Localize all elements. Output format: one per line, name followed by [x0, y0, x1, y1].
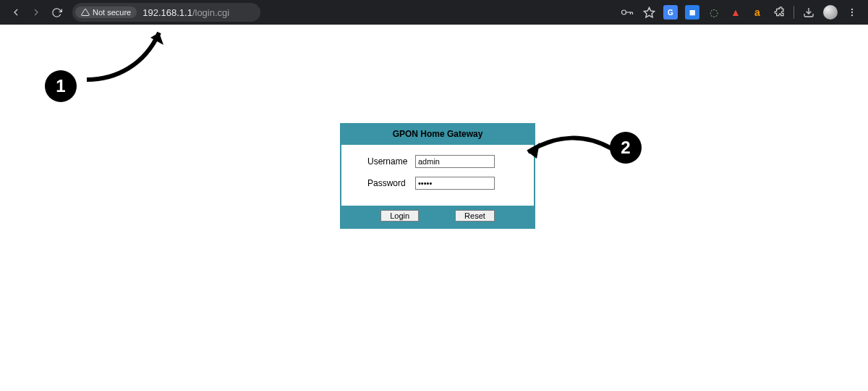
reset-button[interactable]: Reset — [455, 210, 495, 222]
password-key-icon[interactable] — [620, 5, 634, 20]
login-footer: Login Reset — [341, 206, 534, 227]
browser-toolbar: Not secure 192.168.1.1/login.cgi G ▦ ◌ ▲… — [0, 0, 868, 25]
svg-marker-4 — [644, 7, 654, 17]
forward-button[interactable] — [26, 2, 46, 22]
login-panel: GPON Home Gateway Username Password Logi… — [340, 123, 535, 229]
url-host: 192.168.1.1 — [142, 7, 192, 18]
username-row: Username — [350, 155, 525, 168]
reload-button[interactable] — [46, 2, 67, 22]
menu-dots-icon[interactable] — [845, 5, 859, 20]
toolbar-right: G ▦ ◌ ▲ a — [620, 5, 862, 20]
bookmark-star-icon[interactable] — [642, 5, 656, 20]
extension-icon-green[interactable]: ◌ — [707, 5, 721, 20]
username-input[interactable] — [415, 155, 495, 168]
svg-marker-9 — [150, 33, 163, 45]
url-path: /login.cgi — [192, 7, 229, 18]
extensions-puzzle-icon[interactable] — [772, 5, 786, 20]
svg-point-0 — [622, 10, 626, 14]
extension-icon-blue[interactable]: ▦ — [685, 5, 699, 20]
translate-extension-icon[interactable]: G — [663, 5, 678, 20]
password-label: Password — [350, 178, 415, 188]
login-body: Username Password — [341, 145, 534, 206]
address-bar[interactable]: Not secure 192.168.1.1/login.cgi — [72, 3, 260, 22]
profile-avatar[interactable] — [823, 5, 838, 20]
username-label: Username — [350, 156, 415, 167]
toolbar-divider — [793, 6, 794, 19]
security-label: Not secure — [93, 8, 131, 17]
login-button[interactable]: Login — [380, 210, 419, 222]
security-badge[interactable]: Not secure — [75, 7, 137, 18]
svg-point-6 — [851, 9, 853, 10]
annotation-badge-2: 2 — [610, 132, 642, 164]
svg-point-8 — [851, 14, 853, 16]
annotation-badge-1: 1 — [45, 70, 77, 102]
password-input[interactable] — [415, 177, 495, 190]
url-text: 192.168.1.1/login.cgi — [142, 7, 229, 18]
password-row: Password — [350, 177, 525, 190]
login-title: GPON Home Gateway — [341, 125, 534, 145]
amazon-extension-icon[interactable]: a — [750, 5, 765, 20]
svg-point-7 — [851, 12, 853, 13]
warning-icon — [81, 8, 90, 17]
back-button[interactable] — [6, 2, 26, 22]
downloads-icon[interactable] — [801, 5, 816, 20]
annotation-arrow-1 — [72, 22, 188, 94]
extension-icon-red[interactable]: ▲ — [728, 5, 743, 20]
